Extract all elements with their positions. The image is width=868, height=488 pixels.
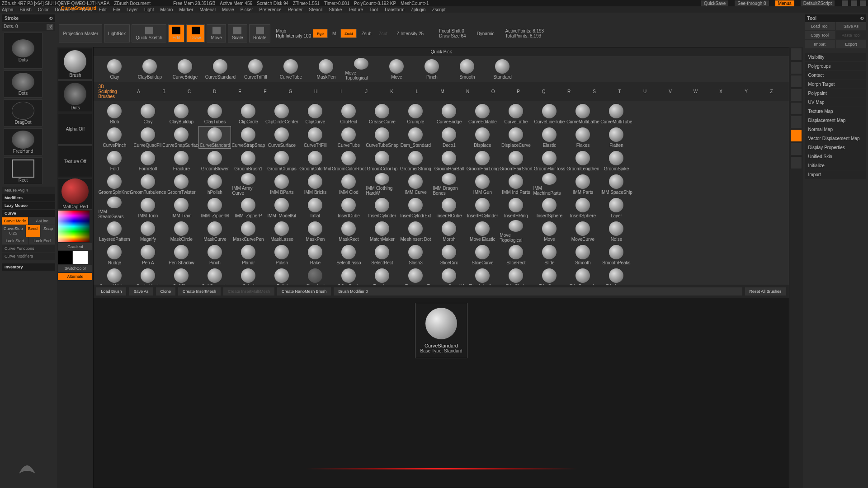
- move-button[interactable]: Move: [207, 24, 226, 42]
- brush-meshinsert-dot[interactable]: MeshInsert Dot: [399, 220, 432, 243]
- m-button[interactable]: M: [332, 31, 336, 36]
- paste-tool-button[interactable]: Paste Tool: [836, 31, 866, 39]
- letter-Z[interactable]: Z: [759, 89, 784, 94]
- brush-groomtwister[interactable]: GroomTwister: [165, 173, 198, 196]
- brush-groomhairball[interactable]: GroomHairBall: [433, 150, 465, 172]
- quickpick-claybuildup[interactable]: ClayBuildup: [133, 58, 166, 80]
- brush-standard[interactable]: Standard: [299, 267, 331, 285]
- letter-B[interactable]: B: [151, 89, 177, 94]
- brush-curvelathe[interactable]: CurveLathe: [500, 103, 532, 125]
- rgb-intensity[interactable]: Rgb Intensity 100: [276, 33, 311, 38]
- brush-flatten[interactable]: Flatten: [600, 126, 632, 149]
- menu-brush[interactable]: Brush: [20, 7, 32, 12]
- brush-insertcylinder[interactable]: InsertCylinder: [366, 197, 398, 219]
- reset-brushes-button[interactable]: Reset All Brushes: [745, 287, 786, 296]
- default-script[interactable]: DefaultZScript: [801, 0, 835, 6]
- brush-inserthring[interactable]: InsertHRing: [500, 197, 532, 219]
- snap-button[interactable]: Snap: [41, 225, 55, 237]
- brush-imm-steamgears[interactable]: IMM SteamGears: [98, 197, 131, 219]
- brush-elastic[interactable]: Elastic: [533, 126, 566, 149]
- window-close-icon[interactable]: [860, 0, 866, 6]
- menu-material[interactable]: Material: [200, 7, 216, 12]
- brush-smoothvalleys[interactable]: SmoothValleys: [98, 267, 131, 285]
- brush-noise[interactable]: Noise: [600, 220, 632, 243]
- menu-file[interactable]: File: [113, 7, 120, 12]
- brush-slicerect[interactable]: SliceRect: [500, 244, 532, 266]
- save-brush-button[interactable]: Save As: [129, 287, 153, 296]
- brush-inserthcylinder[interactable]: InsertHCylinder: [466, 197, 499, 219]
- brush-inflat[interactable]: Inflat: [299, 197, 331, 219]
- brush-curvepinch[interactable]: CurvePinch: [98, 126, 131, 149]
- letter-Y[interactable]: Y: [734, 89, 759, 94]
- tool-section-polygroups[interactable]: Polygroups: [805, 62, 866, 70]
- brush-clipcirclecenter[interactable]: ClipCircleCenter: [265, 103, 298, 125]
- white-swatch[interactable]: [73, 251, 88, 264]
- brush-selectrect[interactable]: SelectRect: [366, 244, 398, 266]
- brush-crumple[interactable]: Crumple: [399, 103, 432, 125]
- letter-U[interactable]: U: [632, 89, 658, 94]
- letter-R[interactable]: R: [557, 89, 582, 94]
- import-button[interactable]: Import: [805, 40, 835, 48]
- brush-curveeditable[interactable]: CurveEditable: [466, 103, 499, 125]
- brush-softclay[interactable]: SoftClay: [165, 267, 198, 285]
- zadd-button[interactable]: Zadd: [340, 29, 357, 38]
- stroke-dragdot[interactable]: DragDot: [4, 99, 42, 127]
- brush-inserthcube[interactable]: InsertHCube: [433, 197, 465, 219]
- save-tool-button[interactable]: Save As: [836, 22, 866, 30]
- brush-curvesnapsurface[interactable]: CurveSnapSurface: [165, 126, 198, 149]
- letter-X[interactable]: X: [708, 89, 734, 94]
- brush-imm-curve[interactable]: IMM Curve: [399, 173, 432, 196]
- side-tool-4[interactable]: [790, 89, 802, 101]
- brush-rake[interactable]: Rake: [299, 244, 331, 266]
- side-tool-7[interactable]: [790, 143, 802, 155]
- brush-selectlasso[interactable]: SelectLasso: [332, 244, 365, 266]
- export-button[interactable]: Export: [836, 40, 866, 48]
- brush-topology[interactable]: Topology: [366, 267, 398, 285]
- tool-section-normal-map[interactable]: Normal Map: [805, 125, 866, 134]
- letter-O[interactable]: O: [481, 89, 506, 94]
- copy-tool-button[interactable]: Copy Tool: [805, 31, 835, 39]
- brush-imm-bparts[interactable]: IMM BParts: [265, 173, 298, 196]
- brush-imm-army-curve[interactable]: IMM Army Curve: [232, 173, 264, 196]
- brush-curvequadfill[interactable]: CurveQuadFill: [132, 126, 164, 149]
- brush-imm-zipperm[interactable]: IMM_ZipperM: [198, 197, 231, 219]
- menu-movie[interactable]: Movie: [222, 7, 234, 12]
- menu-picker[interactable]: Picker: [241, 7, 253, 12]
- brush-groomspike[interactable]: GroomSpike: [600, 150, 632, 172]
- curve-header[interactable]: Curve: [2, 210, 55, 217]
- brush-layeredpattern[interactable]: LayeredPattern: [98, 220, 131, 243]
- quickpick-standard[interactable]: Standard: [486, 58, 519, 80]
- letter-D[interactable]: D: [202, 89, 227, 94]
- side-tool-2[interactable]: [790, 61, 802, 74]
- side-tool-5[interactable]: [790, 102, 802, 115]
- curve-modifiers[interactable]: Curve Modifiers: [2, 253, 55, 260]
- quickpick-curvestandard[interactable]: CurveStandard: [204, 58, 236, 80]
- brush-fold[interactable]: Fold: [98, 150, 131, 172]
- black-swatch[interactable]: [58, 251, 72, 264]
- brush-slide[interactable]: Slide: [533, 244, 566, 266]
- load-tool-button[interactable]: Load Tool: [805, 22, 835, 30]
- tool-section-morph-target[interactable]: Morph Target: [805, 80, 866, 89]
- brush-groomclumps[interactable]: GroomClumps: [265, 150, 298, 172]
- quickpick-move-topological[interactable]: Move Topological: [345, 58, 377, 80]
- menu-stencil[interactable]: Stencil: [309, 7, 322, 12]
- brush-groomerstrong[interactable]: GroomerStrong: [399, 150, 432, 172]
- letter-N[interactable]: N: [455, 89, 481, 94]
- mouse-avg[interactable]: Mouse Avg 4: [2, 187, 55, 194]
- brush-insertcube[interactable]: InsertCube: [332, 197, 365, 219]
- brush-flakes[interactable]: Flakes: [566, 126, 599, 149]
- menu-edit[interactable]: Edit: [99, 7, 107, 12]
- brush-imm-parts[interactable]: IMM Parts: [566, 173, 599, 196]
- brush-transpose[interactable]: Transpose: [399, 267, 432, 285]
- menu-color[interactable]: Color: [38, 7, 49, 12]
- brush-imm-machineparts[interactable]: IMM MachineParts: [533, 173, 566, 196]
- switch-color-button[interactable]: SwitchColor: [58, 265, 92, 272]
- brush-imm-spaceship[interactable]: IMM SpaceShip: [600, 173, 632, 196]
- menu-layer[interactable]: Layer: [127, 7, 138, 12]
- menu-zplugin[interactable]: Zplugin: [411, 7, 426, 12]
- side-tool-dynamesh[interactable]: [790, 129, 802, 142]
- menu-transform[interactable]: Transform: [384, 7, 404, 12]
- brush-matchmaker[interactable]: MatchMaker: [366, 220, 398, 243]
- letter-A[interactable]: A: [126, 89, 151, 94]
- brush-groomcolortip[interactable]: GroomColorTip: [366, 150, 398, 172]
